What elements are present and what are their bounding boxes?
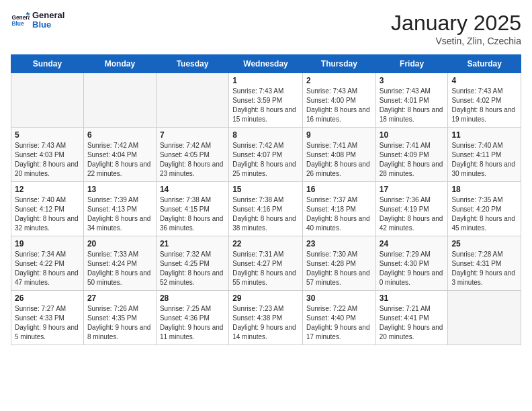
day-number: 14 (160, 185, 225, 194)
day-number: 16 (306, 185, 372, 194)
day-number: 18 (451, 185, 517, 194)
day-info: Sunrise: 7:32 AM Sunset: 4:25 PM Dayligh… (160, 250, 225, 287)
weekday-header-cell: Monday (83, 55, 156, 73)
calendar-cell: 19Sunrise: 7:34 AM Sunset: 4:22 PM Dayli… (11, 236, 84, 291)
calendar-cell: 21Sunrise: 7:32 AM Sunset: 4:25 PM Dayli… (156, 236, 228, 291)
calendar-cell: 14Sunrise: 7:38 AM Sunset: 4:15 PM Dayli… (156, 182, 228, 236)
calendar-cell: 30Sunrise: 7:22 AM Sunset: 4:40 PM Dayli… (302, 291, 375, 345)
day-info: Sunrise: 7:29 AM Sunset: 4:30 PM Dayligh… (380, 250, 445, 287)
day-info: Sunrise: 7:26 AM Sunset: 4:35 PM Dayligh… (87, 304, 152, 342)
day-info: Sunrise: 7:41 AM Sunset: 4:09 PM Dayligh… (380, 141, 445, 179)
day-info: Sunrise: 7:28 AM Sunset: 4:31 PM Dayligh… (451, 250, 517, 287)
day-number: 29 (232, 293, 299, 303)
day-info: Sunrise: 7:42 AM Sunset: 4:05 PM Dayligh… (160, 141, 225, 179)
page-container: General Blue General Blue January 2025 V… (0, 0, 532, 351)
calendar-week-row: 5Sunrise: 7:43 AM Sunset: 4:03 PM Daylig… (11, 128, 521, 182)
day-info: Sunrise: 7:23 AM Sunset: 4:38 PM Dayligh… (232, 304, 299, 342)
calendar-cell: 7Sunrise: 7:42 AM Sunset: 4:05 PM Daylig… (156, 128, 228, 182)
calendar-week-row: 12Sunrise: 7:40 AM Sunset: 4:12 PM Dayli… (11, 182, 521, 236)
day-info: Sunrise: 7:41 AM Sunset: 4:08 PM Dayligh… (306, 141, 372, 179)
title-section: January 2025 Vsetin, Zlin, Czechia (391, 11, 521, 46)
day-info: Sunrise: 7:38 AM Sunset: 4:15 PM Dayligh… (160, 195, 225, 233)
day-number: 15 (232, 185, 299, 194)
svg-text:Blue: Blue (11, 21, 24, 28)
day-number: 24 (380, 239, 445, 248)
day-info: Sunrise: 7:27 AM Sunset: 4:33 PM Dayligh… (15, 304, 80, 342)
calendar-cell: 20Sunrise: 7:33 AM Sunset: 4:24 PM Dayli… (83, 236, 156, 291)
logo: General Blue General Blue (11, 11, 64, 30)
day-number: 5 (15, 130, 80, 140)
calendar-week-row: 26Sunrise: 7:27 AM Sunset: 4:33 PM Dayli… (11, 291, 521, 345)
day-info: Sunrise: 7:43 AM Sunset: 4:00 PM Dayligh… (306, 87, 372, 124)
day-number: 22 (232, 239, 299, 248)
day-number: 17 (380, 185, 445, 194)
day-number: 27 (87, 293, 152, 303)
calendar-cell (156, 73, 228, 128)
calendar-cell: 31Sunrise: 7:21 AM Sunset: 4:41 PM Dayli… (375, 291, 448, 345)
day-number: 21 (160, 239, 225, 248)
calendar-cell: 17Sunrise: 7:36 AM Sunset: 4:19 PM Dayli… (375, 182, 448, 236)
day-number: 4 (451, 76, 517, 85)
day-number: 7 (160, 130, 225, 140)
weekday-header-cell: Saturday (448, 55, 521, 73)
day-number: 19 (15, 239, 80, 248)
calendar-body: 1Sunrise: 7:43 AM Sunset: 3:59 PM Daylig… (11, 73, 521, 345)
logo-text-general: General (32, 11, 64, 20)
day-number: 10 (380, 130, 445, 140)
calendar-cell: 26Sunrise: 7:27 AM Sunset: 4:33 PM Dayli… (11, 291, 84, 345)
day-info: Sunrise: 7:42 AM Sunset: 4:07 PM Dayligh… (232, 141, 299, 179)
calendar-cell (83, 73, 156, 128)
calendar-cell: 11Sunrise: 7:40 AM Sunset: 4:11 PM Dayli… (448, 128, 521, 182)
weekday-header-row: SundayMondayTuesdayWednesdayThursdayFrid… (11, 55, 521, 73)
day-number: 26 (15, 293, 80, 303)
logo-icon: General Blue (11, 11, 30, 30)
day-info: Sunrise: 7:38 AM Sunset: 4:16 PM Dayligh… (232, 195, 299, 233)
weekday-header-cell: Thursday (302, 55, 375, 73)
calendar-cell: 10Sunrise: 7:41 AM Sunset: 4:09 PM Dayli… (375, 128, 448, 182)
day-info: Sunrise: 7:33 AM Sunset: 4:24 PM Dayligh… (87, 250, 152, 287)
weekday-header-cell: Friday (375, 55, 448, 73)
calendar-cell: 3Sunrise: 7:43 AM Sunset: 4:01 PM Daylig… (375, 73, 448, 128)
calendar-cell (448, 291, 521, 345)
page-title: January 2025 (391, 11, 521, 36)
day-info: Sunrise: 7:40 AM Sunset: 4:12 PM Dayligh… (15, 195, 80, 233)
day-info: Sunrise: 7:30 AM Sunset: 4:28 PM Dayligh… (306, 250, 372, 287)
day-info: Sunrise: 7:35 AM Sunset: 4:20 PM Dayligh… (451, 195, 517, 233)
day-info: Sunrise: 7:40 AM Sunset: 4:11 PM Dayligh… (451, 141, 517, 179)
weekday-header-cell: Wednesday (229, 55, 303, 73)
calendar-cell: 29Sunrise: 7:23 AM Sunset: 4:38 PM Dayli… (229, 291, 303, 345)
page-header: General Blue General Blue January 2025 V… (11, 11, 521, 46)
day-number: 12 (15, 185, 80, 194)
day-info: Sunrise: 7:22 AM Sunset: 4:40 PM Dayligh… (306, 304, 372, 342)
svg-text:General: General (11, 14, 30, 21)
day-number: 23 (306, 239, 372, 248)
calendar-cell: 15Sunrise: 7:38 AM Sunset: 4:16 PM Dayli… (229, 182, 303, 236)
day-number: 8 (232, 130, 299, 140)
calendar-week-row: 1Sunrise: 7:43 AM Sunset: 3:59 PM Daylig… (11, 73, 521, 128)
calendar-cell: 22Sunrise: 7:31 AM Sunset: 4:27 PM Dayli… (229, 236, 303, 291)
calendar-cell: 8Sunrise: 7:42 AM Sunset: 4:07 PM Daylig… (229, 128, 303, 182)
calendar-cell (11, 73, 84, 128)
day-info: Sunrise: 7:31 AM Sunset: 4:27 PM Dayligh… (232, 250, 299, 287)
calendar-cell: 16Sunrise: 7:37 AM Sunset: 4:18 PM Dayli… (302, 182, 375, 236)
calendar-cell: 9Sunrise: 7:41 AM Sunset: 4:08 PM Daylig… (302, 128, 375, 182)
day-number: 25 (451, 239, 517, 248)
day-info: Sunrise: 7:43 AM Sunset: 3:59 PM Dayligh… (232, 87, 299, 124)
calendar-cell: 2Sunrise: 7:43 AM Sunset: 4:00 PM Daylig… (302, 73, 375, 128)
calendar-week-row: 19Sunrise: 7:34 AM Sunset: 4:22 PM Dayli… (11, 236, 521, 291)
weekday-header-cell: Sunday (11, 55, 84, 73)
logo-text-blue: Blue (32, 20, 64, 30)
calendar-cell: 4Sunrise: 7:43 AM Sunset: 4:02 PM Daylig… (448, 73, 521, 128)
calendar-cell: 5Sunrise: 7:43 AM Sunset: 4:03 PM Daylig… (11, 128, 84, 182)
calendar-cell: 25Sunrise: 7:28 AM Sunset: 4:31 PM Dayli… (448, 236, 521, 291)
day-number: 28 (160, 293, 225, 303)
day-number: 6 (87, 130, 152, 140)
day-info: Sunrise: 7:43 AM Sunset: 4:03 PM Dayligh… (15, 141, 80, 179)
day-number: 9 (306, 130, 372, 140)
day-number: 2 (306, 76, 372, 85)
day-info: Sunrise: 7:42 AM Sunset: 4:04 PM Dayligh… (87, 141, 152, 179)
calendar-cell: 23Sunrise: 7:30 AM Sunset: 4:28 PM Dayli… (302, 236, 375, 291)
calendar-table: SundayMondayTuesdayWednesdayThursdayFrid… (11, 54, 521, 345)
day-number: 3 (380, 76, 445, 85)
calendar-cell: 13Sunrise: 7:39 AM Sunset: 4:13 PM Dayli… (83, 182, 156, 236)
